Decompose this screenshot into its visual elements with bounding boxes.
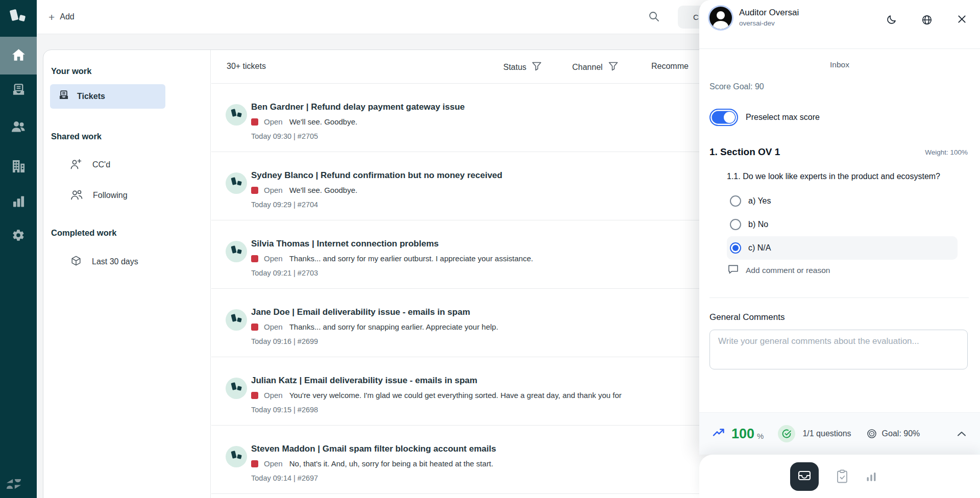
goal-target-icon: [867, 429, 877, 439]
sidebar-item-home[interactable]: [0, 37, 37, 74]
tab-inbox[interactable]: Inbox: [699, 60, 980, 69]
plus-icon: +: [48, 12, 55, 22]
ticket-avatar: [226, 309, 247, 331]
nav-item-label: CC'd: [92, 160, 110, 169]
dock-inbox-button[interactable]: [790, 462, 819, 491]
topbar-partial-button-label: C: [693, 13, 699, 21]
filter-recommended[interactable]: Recomme: [651, 62, 689, 71]
auditor-panel-header: Auditor Oversai oversai-dev: [699, 0, 980, 49]
sidebar-item-reporting[interactable]: [0, 192, 37, 212]
ticket-avatar: [226, 241, 247, 262]
filter-label: Channel: [572, 63, 603, 72]
evaluation-footer: 100 % 1/1 questions Goal: 90%: [699, 412, 980, 455]
status-open-badge: [251, 187, 258, 194]
ticket-status: Open: [264, 254, 283, 263]
auditor-panel: Auditor Oversai oversai-dev Inbox Score …: [699, 0, 980, 455]
filter-channel[interactable]: Channel: [572, 62, 618, 73]
radio-icon[interactable]: [730, 195, 741, 207]
option-label: c) N/A: [748, 243, 771, 253]
check-circle-icon: [778, 425, 795, 442]
sidebar-item-organizations[interactable]: [0, 157, 37, 177]
ticket-message: We'll see. Goodbye.: [289, 186, 358, 194]
ticket-status: Open: [264, 117, 283, 126]
work-nav: Your work Tickets Shared work CC'd Follo…: [43, 50, 211, 498]
people-outline-icon: [70, 189, 83, 202]
option-a-yes[interactable]: a) Yes: [727, 189, 958, 213]
nav-item-tickets[interactable]: Tickets: [50, 84, 165, 109]
filter-label: Recomme: [651, 62, 689, 71]
percent-sign: %: [757, 432, 764, 440]
nav-item-label: Tickets: [77, 92, 105, 101]
chat-bubble-icon: [728, 264, 739, 276]
app-sidebar: [0, 0, 37, 498]
nav-item-ccd[interactable]: CC'd: [43, 155, 210, 175]
section-weight: Weight: 100%: [925, 148, 968, 158]
nav-item-last-30-days[interactable]: Last 30 days: [43, 252, 210, 272]
radio-icon[interactable]: [730, 219, 741, 230]
status-open-badge: [251, 323, 258, 331]
tickets-icon: [58, 90, 69, 103]
dark-mode-moon-icon[interactable]: [886, 14, 897, 26]
inbox-tray-icon: [797, 469, 812, 484]
person-add-icon: [70, 159, 82, 171]
status-open-badge: [251, 118, 258, 126]
section-title: 1. Section OV 1: [709, 146, 780, 158]
building-icon: [12, 160, 26, 175]
dock-bar-chart-button[interactable]: [866, 471, 877, 482]
ticket-message: No, that's it. And, uh, sorry for being …: [289, 459, 494, 468]
ticket-message: Thanks... and sorry for my earlier outbu…: [289, 254, 533, 263]
radio-selected-icon[interactable]: [730, 242, 741, 254]
option-b-no[interactable]: b) No: [727, 213, 958, 236]
option-label: a) Yes: [748, 196, 771, 206]
goal-label: Goal: 90%: [882, 429, 920, 438]
score-percent-value: 100: [731, 426, 754, 442]
question-text: 1.1. Do we look like experts in the prod…: [727, 171, 955, 182]
trend-up-icon: [713, 428, 726, 440]
ticket-message: We'll see. Goodbye.: [289, 117, 358, 126]
filter-status[interactable]: Status: [503, 62, 542, 73]
general-comments-label: General Comments: [709, 312, 980, 322]
ticket-avatar: [226, 378, 247, 399]
globe-icon[interactable]: [921, 14, 933, 26]
score-goal-label: Score Goal: 90: [709, 82, 980, 91]
preselect-max-score-label: Preselect max score: [746, 113, 820, 122]
sidebar-item-customers[interactable]: [0, 117, 37, 138]
option-c-na[interactable]: c) N/A: [727, 236, 958, 260]
nav-heading-your-work: Your work: [51, 66, 210, 76]
ticket-message: Thanks... and sorry for snapping earlier…: [289, 322, 498, 331]
tickets-icon: [11, 83, 26, 99]
add-button[interactable]: + Add: [48, 0, 75, 34]
preselect-max-score-toggle[interactable]: [709, 109, 738, 126]
auditor-avatar: [709, 7, 732, 29]
ticket-avatar: [226, 104, 247, 126]
sidebar-item-settings[interactable]: [0, 226, 37, 246]
ticket-status: Open: [264, 391, 283, 400]
panel-dock: [699, 455, 980, 498]
ticket-count: 30+ tickets: [227, 62, 266, 71]
people-icon: [11, 120, 26, 135]
home-icon: [12, 48, 26, 63]
ticket-avatar: [226, 446, 247, 467]
ticket-status: Open: [264, 459, 283, 468]
question-options: a) Yes b) No c) N/A: [727, 189, 958, 260]
divider: [709, 297, 969, 298]
zendesk-z-logo-icon: [6, 479, 22, 491]
dock-clipboard-button[interactable]: [836, 469, 848, 484]
close-icon[interactable]: [957, 14, 967, 26]
bar-chart-icon: [12, 195, 25, 209]
auditor-workspace: oversai-dev: [739, 19, 799, 27]
search-icon[interactable]: [648, 11, 659, 24]
general-comments-input[interactable]: [709, 330, 968, 369]
chevron-up-icon[interactable]: [957, 431, 967, 437]
add-comment-button[interactable]: Add comment or reason: [728, 264, 980, 276]
funnel-icon: [532, 62, 542, 73]
ticket-status: Open: [264, 186, 283, 194]
nav-heading-completed-work: Completed work: [51, 228, 210, 238]
nav-heading-shared-work: Shared work: [51, 132, 210, 141]
cube-icon: [70, 255, 82, 268]
questions-progress: 1/1 questions: [802, 429, 851, 438]
nav-item-following[interactable]: Following: [43, 185, 210, 206]
filter-label: Status: [503, 63, 526, 72]
auditor-name: Auditor Oversai: [739, 8, 799, 18]
sidebar-item-tickets[interactable]: [0, 81, 37, 101]
